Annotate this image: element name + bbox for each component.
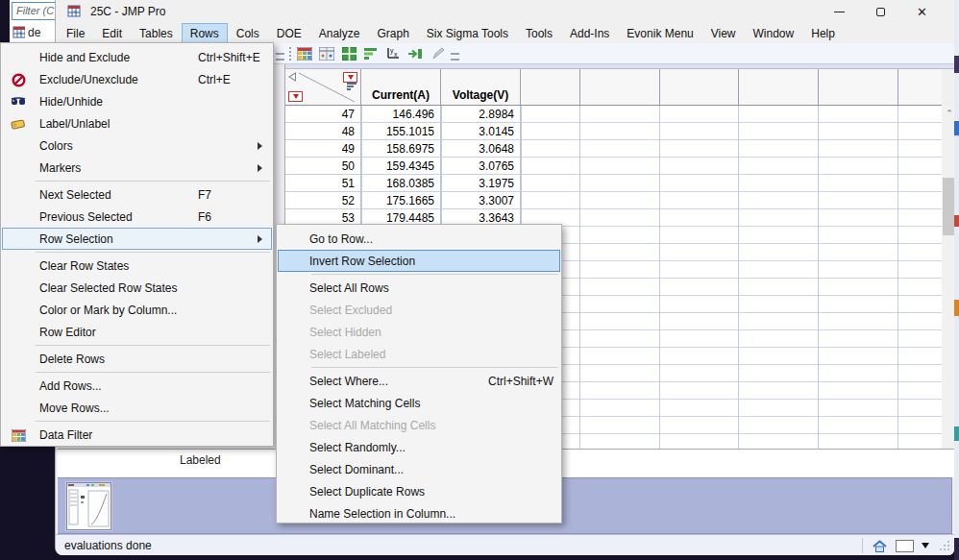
submenu-arrow-icon xyxy=(258,235,262,243)
menubar-item-analyze[interactable]: Analyze xyxy=(310,23,369,43)
voltage-cell[interactable]: 3.3007 xyxy=(441,192,521,209)
rows-menu-button[interactable] xyxy=(288,91,303,102)
menu-item-select-duplicate-rows[interactable]: Select Duplicate Rows xyxy=(278,480,560,502)
menubar-item-graph[interactable]: Graph xyxy=(368,23,417,43)
run-script-icon[interactable] xyxy=(406,45,424,61)
close-button[interactable]: ✕ xyxy=(901,0,943,23)
axes-icon[interactable]: yx xyxy=(384,45,402,61)
current-cell[interactable]: 159.4345 xyxy=(361,158,441,175)
column-header-current[interactable]: Current(A) xyxy=(361,69,441,105)
data-table-icon[interactable] xyxy=(296,45,313,61)
column-boundary[interactable] xyxy=(738,69,739,105)
menubar-item-tables[interactable]: Tables xyxy=(131,23,182,43)
color-swatch[interactable] xyxy=(896,540,914,552)
voltage-cell[interactable]: 2.8984 xyxy=(441,106,521,123)
voltage-cell[interactable]: 3.0145 xyxy=(441,123,521,140)
voltage-cell[interactable]: 3.0648 xyxy=(441,140,521,158)
column-boundary[interactable] xyxy=(659,69,660,105)
menubar-item-add-ins[interactable]: Add-Ins xyxy=(561,23,618,43)
dropdown-arrow-button[interactable] xyxy=(922,543,929,548)
table-menu-button[interactable] xyxy=(343,72,357,83)
menubar-item-doe[interactable]: DOE xyxy=(268,23,310,43)
menu-item-clear-row-states[interactable]: Clear Row States xyxy=(2,255,272,277)
menubar-item-edit[interactable]: Edit xyxy=(93,23,131,43)
edit-icon[interactable] xyxy=(429,45,446,61)
menu-item-invert-row-selection[interactable]: Invert Row Selection xyxy=(278,250,560,272)
columns-sort-icon[interactable] xyxy=(347,83,357,90)
menu-item-select-randomly[interactable]: Select Randomly... xyxy=(278,436,560,458)
row-number-cell[interactable]: 49 xyxy=(285,140,361,158)
formula-icon[interactable] xyxy=(318,45,335,61)
current-cell[interactable]: 158.6975 xyxy=(361,140,441,158)
menu-item-select-matching-cells[interactable]: Select Matching Cells xyxy=(278,392,560,414)
menu-item-row-selection[interactable]: Row Selection xyxy=(2,228,272,250)
column-boundary[interactable] xyxy=(898,69,898,105)
menubar-item-help[interactable]: Help xyxy=(802,23,844,43)
current-cell[interactable]: 175.1665 xyxy=(361,192,441,209)
column-header-voltage[interactable]: Voltage(V) xyxy=(441,69,521,105)
menu-item-row-editor[interactable]: Row Editor xyxy=(2,321,272,343)
menu-item-add-rows[interactable]: Add Rows... xyxy=(2,375,272,397)
resize-grip[interactable] xyxy=(939,540,950,551)
menu-item-delete-rows[interactable]: Delete Rows xyxy=(2,348,272,370)
voltage-cell[interactable]: 3.0765 xyxy=(441,158,521,175)
collapse-arrow-icon[interactable] xyxy=(288,72,296,82)
menubar-item-window[interactable]: Window xyxy=(745,23,803,43)
home-button[interactable] xyxy=(871,538,888,554)
row-number-cell[interactable]: 48 xyxy=(285,123,361,140)
filter-input[interactable]: Filter (C xyxy=(12,2,60,20)
menubar-item-evonik-menu[interactable]: Evonik Menu xyxy=(618,23,701,43)
window-panes-icon[interactable] xyxy=(340,45,357,61)
vertical-scrollbar[interactable]: ⌃ ⌄ xyxy=(942,106,954,459)
menu-item-hide-unhide[interactable]: Hide/Unhide xyxy=(2,90,272,112)
menu-item-select-all-rows[interactable]: Select All Rows xyxy=(278,277,560,299)
current-cell[interactable]: 155.1015 xyxy=(361,123,441,140)
scroll-up-button[interactable]: ⌃ xyxy=(942,106,954,121)
minimize-button[interactable] xyxy=(819,0,860,23)
column-boundary[interactable] xyxy=(818,69,819,105)
table-row: 52175.16653.3007 xyxy=(285,192,521,209)
menu-item-go-to-row[interactable]: Go to Row... xyxy=(278,228,560,250)
menu-item-select-labeled: Select Labeled xyxy=(278,343,560,365)
menu-item-color-or-mark-by-column[interactable]: Color or Mark by Column... xyxy=(2,299,272,321)
menubar-item-cols[interactable]: Cols xyxy=(228,23,268,43)
menu-item-select-where[interactable]: Select Where...Ctrl+Shift+W xyxy=(278,370,560,392)
menubar-item-six-sigma-tools[interactable]: Six Sigma Tools xyxy=(418,23,517,43)
row-number-cell[interactable]: 51 xyxy=(285,175,361,192)
menu-item-label: Select Where... xyxy=(309,375,388,388)
maximize-button[interactable] xyxy=(860,0,901,23)
menu-item-label: Exclude/Unexclude xyxy=(39,73,138,86)
menubar-item-tools[interactable]: Tools xyxy=(517,23,561,43)
menu-item-hide-and-exclude[interactable]: Hide and ExcludeCtrl+Shift+E xyxy=(2,46,272,68)
svg-text:x: x xyxy=(394,51,398,58)
background-table-row[interactable]: de xyxy=(12,26,40,39)
toolbar-grip[interactable] xyxy=(276,53,284,61)
menu-item-select-dominant[interactable]: Select Dominant... xyxy=(278,458,560,480)
row-number-cell[interactable]: 47 xyxy=(285,106,361,123)
menu-item-previous-selected[interactable]: Previous SelectedF6 xyxy=(2,206,272,228)
bar-chart-icon[interactable] xyxy=(362,45,380,61)
menu-item-name-selection-in-column[interactable]: Name Selection in Column... xyxy=(278,502,560,524)
menu-item-next-selected[interactable]: Next SelectedF7 xyxy=(2,183,272,206)
title-bar[interactable]: 25C - JMP Pro ✕ xyxy=(56,0,954,23)
menu-item-label-unlabel[interactable]: Label/Unlabel xyxy=(2,112,272,134)
menubar-item-rows[interactable]: Rows xyxy=(182,23,228,43)
menu-item-clear-selected-row-states[interactable]: Clear Selected Row States xyxy=(2,277,272,299)
current-cell[interactable]: 168.0385 xyxy=(361,175,441,192)
column-boundary[interactable] xyxy=(579,69,580,105)
menubar-item-view[interactable]: View xyxy=(702,23,745,43)
scroll-thumb[interactable] xyxy=(943,178,954,235)
menu-item-data-filter[interactable]: Data Filter xyxy=(2,424,272,446)
row-number-cell[interactable]: 52 xyxy=(285,192,361,209)
toolbar-grip[interactable] xyxy=(451,53,459,61)
menu-item-markers[interactable]: Markers xyxy=(2,157,272,179)
menu-item-exclude-unexclude[interactable]: Exclude/UnexcludeCtrl+E xyxy=(2,68,272,90)
row-number-cell[interactable]: 50 xyxy=(285,158,361,175)
current-cell[interactable]: 146.496 xyxy=(361,106,441,123)
menubar-item-file[interactable]: File xyxy=(58,23,93,43)
menu-item-colors[interactable]: Colors xyxy=(2,134,272,157)
menu-item-move-rows[interactable]: Move Rows... xyxy=(2,397,272,419)
window-thumbnail[interactable] xyxy=(66,482,111,530)
voltage-cell[interactable]: 3.1975 xyxy=(441,175,521,192)
menu-item-label: Select Labeled xyxy=(309,348,385,361)
